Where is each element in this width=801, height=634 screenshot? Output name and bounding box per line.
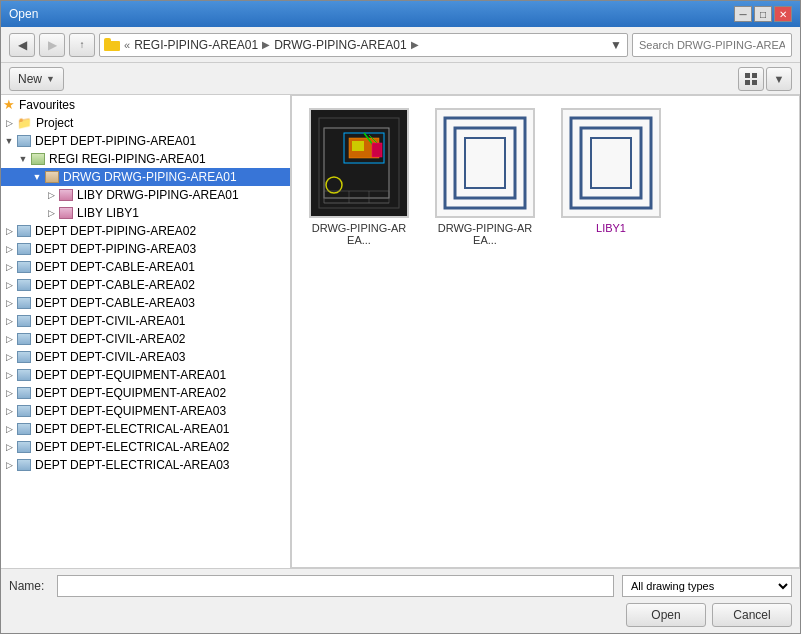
- open-dialog: Open ─ □ ✕ ◀ ▶ ↑ « REGI-PIPING-AREA01 ▶ …: [0, 0, 801, 634]
- dept7-label: DEPT DEPT-CIVIL-AREA01: [35, 314, 186, 328]
- file-item-2[interactable]: DRWG-PIPING-AREA...: [430, 108, 540, 246]
- drwg1-expander[interactable]: ▼: [31, 171, 43, 183]
- dept9-label: DEPT DEPT-CIVIL-AREA03: [35, 350, 186, 364]
- sidebar-item-dept14[interactable]: ▷ DEPT DEPT-ELECTRICAL-AREA02: [1, 438, 290, 456]
- liby1-label: LIBY DRWG-PIPING-AREA01: [77, 188, 239, 202]
- dept12-expander[interactable]: ▷: [3, 405, 15, 417]
- name-input[interactable]: [57, 575, 614, 597]
- close-button[interactable]: ✕: [774, 6, 792, 22]
- breadcrumb-dropdown-button[interactable]: ▼: [609, 33, 623, 57]
- svg-rect-23: [591, 138, 631, 188]
- svg-rect-2: [745, 80, 750, 85]
- name-label: Name:: [9, 579, 49, 593]
- sidebar-item-dept10[interactable]: ▷ DEPT DEPT-EQUIPMENT-AREA01: [1, 366, 290, 384]
- liby2-expander[interactable]: ▷: [45, 207, 57, 219]
- dept3-expander[interactable]: ▷: [3, 243, 15, 255]
- cancel-button-label: Cancel: [733, 608, 770, 622]
- file-thumbnail-2: [435, 108, 535, 218]
- dept2-label: DEPT DEPT-PIPING-AREA02: [35, 224, 196, 238]
- dept4-expander[interactable]: ▷: [3, 261, 15, 273]
- sidebar-item-dept2[interactable]: ▷ DEPT DEPT-PIPING-AREA02: [1, 222, 290, 240]
- dept10-expander[interactable]: ▷: [3, 369, 15, 381]
- dept3-label: DEPT DEPT-PIPING-AREA03: [35, 242, 196, 256]
- dept15-expander[interactable]: ▷: [3, 459, 15, 471]
- svg-rect-12: [372, 143, 382, 157]
- sidebar-item-dept9[interactable]: ▷ DEPT DEPT-CIVIL-AREA03: [1, 348, 290, 366]
- forward-button[interactable]: ▶: [39, 33, 65, 57]
- dept9-expander[interactable]: ▷: [3, 351, 15, 363]
- dept-icon11: [17, 387, 31, 399]
- up-button[interactable]: ↑: [69, 33, 95, 57]
- open-button[interactable]: Open: [626, 603, 706, 627]
- dept-icon13: [17, 423, 31, 435]
- dept2-expander[interactable]: ▷: [3, 225, 15, 237]
- sidebar-item-liby1[interactable]: ▷ LIBY DRWG-PIPING-AREA01: [1, 186, 290, 204]
- search-input[interactable]: [632, 33, 792, 57]
- dept-icon10: [17, 369, 31, 381]
- file-item-3[interactable]: LIBY1: [556, 108, 666, 246]
- file-item-1[interactable]: DRWG-PIPING-AREA...: [304, 108, 414, 246]
- sidebar-item-project[interactable]: ▷ 📁 Project: [1, 114, 290, 132]
- type-select[interactable]: All drawing types DWG files DXF files DW…: [622, 575, 792, 597]
- main-content: ★ Favourites ▷ 📁 Project ▼ DEPT DEPT-PIP…: [1, 95, 800, 568]
- dept7-expander[interactable]: ▷: [3, 315, 15, 327]
- regi-icon: [31, 153, 45, 165]
- dept8-label: DEPT DEPT-CIVIL-AREA02: [35, 332, 186, 346]
- dept5-expander[interactable]: ▷: [3, 279, 15, 291]
- dept6-expander[interactable]: ▷: [3, 297, 15, 309]
- breadcrumb-arrow2: ▶: [411, 39, 419, 50]
- sidebar-item-dept15[interactable]: ▷ DEPT DEPT-ELECTRICAL-AREA03: [1, 456, 290, 474]
- dept14-expander[interactable]: ▷: [3, 441, 15, 453]
- dept-icon6: [17, 297, 31, 309]
- project-icon: 📁: [17, 116, 32, 130]
- sidebar-item-dept4[interactable]: ▷ DEPT DEPT-CABLE-AREA01: [1, 258, 290, 276]
- dept13-expander[interactable]: ▷: [3, 423, 15, 435]
- dept11-expander[interactable]: ▷: [3, 387, 15, 399]
- dept13-label: DEPT DEPT-ELECTRICAL-AREA01: [35, 422, 230, 436]
- sidebar-item-dept8[interactable]: ▷ DEPT DEPT-CIVIL-AREA02: [1, 330, 290, 348]
- sidebar-item-dept3[interactable]: ▷ DEPT DEPT-PIPING-AREA03: [1, 240, 290, 258]
- sidebar-item-dept1[interactable]: ▼ DEPT DEPT-PIPING-AREA01: [1, 132, 290, 150]
- sidebar-item-drwg1[interactable]: ▼ DRWG DRWG-PIPING-AREA01: [1, 168, 290, 186]
- svg-rect-0: [745, 73, 750, 78]
- project-label: Project: [36, 116, 73, 130]
- sidebar-item-liby2[interactable]: ▷ LIBY LIBY1: [1, 204, 290, 222]
- dept8-expander[interactable]: ▷: [3, 333, 15, 345]
- back-button[interactable]: ◀: [9, 33, 35, 57]
- dept12-label: DEPT DEPT-EQUIPMENT-AREA03: [35, 404, 226, 418]
- liby-icon2: [59, 207, 73, 219]
- breadcrumb-child: DRWG-PIPING-AREA01: [274, 38, 406, 52]
- sidebar-item-dept12[interactable]: ▷ DEPT DEPT-EQUIPMENT-AREA03: [1, 402, 290, 420]
- open-button-label: Open: [651, 608, 680, 622]
- view-toggle-button[interactable]: [738, 67, 764, 91]
- sidebar-item-dept7[interactable]: ▷ DEPT DEPT-CIVIL-AREA01: [1, 312, 290, 330]
- cancel-button[interactable]: Cancel: [712, 603, 792, 627]
- view-dropdown-button[interactable]: ▼: [766, 67, 792, 91]
- dept-icon3: [17, 243, 31, 255]
- svg-rect-18: [445, 118, 525, 208]
- dept14-label: DEPT DEPT-ELECTRICAL-AREA02: [35, 440, 230, 454]
- dept15-label: DEPT DEPT-ELECTRICAL-AREA03: [35, 458, 230, 472]
- dept10-label: DEPT DEPT-EQUIPMENT-AREA01: [35, 368, 226, 382]
- regi1-expander[interactable]: ▼: [17, 153, 29, 165]
- file-area: DRWG-PIPING-AREA... DRWG-PIPING-AREA...: [291, 95, 800, 568]
- sidebar-item-dept5[interactable]: ▷ DEPT DEPT-CABLE-AREA02: [1, 276, 290, 294]
- liby-icon: [59, 189, 73, 201]
- project-expander[interactable]: ▷: [3, 117, 15, 129]
- maximize-button[interactable]: □: [754, 6, 772, 22]
- title-bar: Open ─ □ ✕: [1, 1, 800, 27]
- dept-icon7: [17, 315, 31, 327]
- new-button-label: New: [18, 72, 42, 86]
- dept11-label: DEPT DEPT-EQUIPMENT-AREA02: [35, 386, 226, 400]
- dept-icon8: [17, 333, 31, 345]
- new-button[interactable]: New ▼: [9, 67, 64, 91]
- liby1-expander[interactable]: ▷: [45, 189, 57, 201]
- sidebar-item-dept13[interactable]: ▷ DEPT DEPT-ELECTRICAL-AREA01: [1, 420, 290, 438]
- dept-icon9: [17, 351, 31, 363]
- sidebar-item-dept6[interactable]: ▷ DEPT DEPT-CABLE-AREA03: [1, 294, 290, 312]
- sidebar-item-regi1[interactable]: ▼ REGI REGI-PIPING-AREA01: [1, 150, 290, 168]
- dept1-expander[interactable]: ▼: [3, 135, 15, 147]
- minimize-button[interactable]: ─: [734, 6, 752, 22]
- sidebar-item-favourites[interactable]: ★ Favourites: [1, 95, 290, 114]
- sidebar-item-dept11[interactable]: ▷ DEPT DEPT-EQUIPMENT-AREA02: [1, 384, 290, 402]
